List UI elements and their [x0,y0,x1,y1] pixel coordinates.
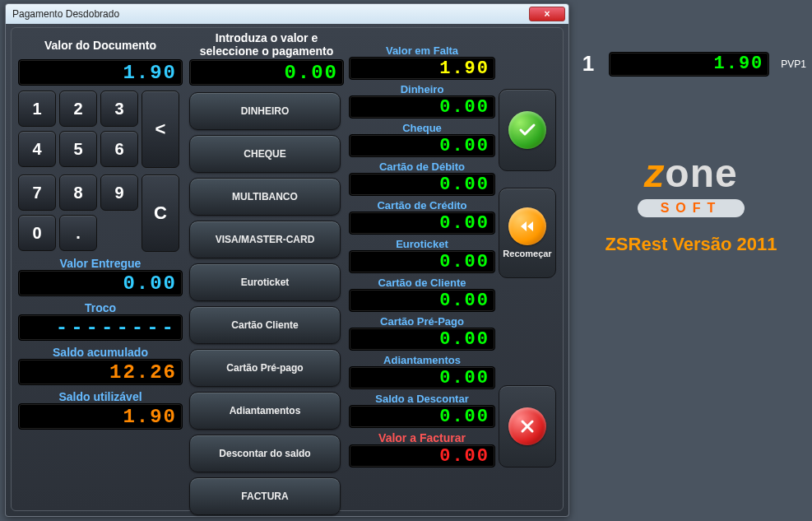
payment-dialog: Pagamento Desdobrado × Valor do Document… [5,3,569,517]
pay-adiantamentos[interactable]: Adiantamentos [189,392,341,430]
key-1[interactable]: 1 [18,91,56,127]
pay-multibanco[interactable]: MULTIBANCO [189,178,341,216]
key-9[interactable]: 9 [100,174,138,211]
restart-caption: Recomeçar [503,249,551,258]
value-row-display: 0.00 [349,250,495,273]
key-2[interactable]: 2 [59,91,97,127]
numeric-keypad: 1 2 3 4 5 6 < 7 8 9 0 [18,91,183,252]
delivered-display: 0.00 [18,270,183,296]
doc-value-header: Valor do Documento [18,31,183,59]
x-icon [508,407,546,445]
restart-button[interactable]: Recomeçar [499,188,556,278]
side-panel: 1 1.90 PVP1 zone SOFT ZSRest Versão 2011 [576,51,806,255]
key-3[interactable]: 3 [100,91,138,127]
accum-display: 12.26 [18,359,183,385]
pay-dinheiro[interactable]: DINHEIRO [189,92,341,130]
rewind-icon [508,207,546,245]
value-row-label: Valor a Facturar [349,431,495,444]
side-pvp: PVP1 [781,58,806,70]
pay-cartao-prepago[interactable]: Cartão Pré-pago [189,349,341,387]
pay-visa[interactable]: VISA/MASTER-CARD [189,221,341,258]
change-display: -------- [18,314,183,341]
logo-z: z [644,151,665,195]
pay-factura[interactable]: FACTURA [189,477,341,515]
value-row-display: 0.00 [349,405,495,428]
key-4[interactable]: 4 [18,131,56,167]
value-row-display: 0.00 [349,212,495,235]
value-row-display: 0.00 [349,289,495,312]
usable-label: Saldo utilizável [18,390,183,403]
value-row-label: Dinheiro [349,83,495,95]
delivered-label: Valor Entregue [18,257,183,270]
value-row-label: Saldo a Descontar [349,393,495,405]
close-button[interactable]: × [529,7,565,21]
key-dot[interactable]: . [59,215,97,251]
value-row-display: 0.00 [349,328,495,351]
value-row-label: Cartão de Cliente [349,277,495,289]
key-6[interactable]: 6 [100,131,138,167]
key-5[interactable]: 5 [59,131,97,167]
value-row-display: 0.00 [349,95,495,119]
value-row-label: Adiantamentos [349,354,495,366]
key-7[interactable]: 7 [18,174,56,211]
value-row-display: 0.00 [349,134,495,157]
titlebar: Pagamento Desdobrado × [6,4,568,24]
confirm-button[interactable] [499,89,556,171]
logo-one: one [665,151,737,195]
value-row-label: Cheque [349,122,495,134]
key-clear[interactable]: C [142,174,179,252]
side-index: 1 [576,51,601,77]
brand-logo: zone SOFT [576,151,806,217]
check-icon [508,111,546,149]
usable-display: 1.90 [18,403,183,430]
key-backspace[interactable]: < [142,91,179,168]
close-icon: × [544,8,550,20]
cancel-button[interactable] [499,385,556,468]
value-row-label: Valor em Falta [349,44,495,57]
value-row-label: Cartão de Crédito [349,199,495,212]
doc-value-display: 1.90 [18,59,183,86]
pay-euroticket[interactable]: Euroticket [189,263,341,301]
pay-cartao-cliente[interactable]: Cartão Cliente [189,306,341,344]
pay-cheque[interactable]: CHEQUE [189,135,341,173]
value-row-label: Cartão Pré-Pago [349,315,495,328]
value-row-display: 0.00 [349,366,495,389]
value-row-label: Euroticket [349,238,495,250]
window-title: Pagamento Desdobrado [12,8,529,20]
accum-label: Saldo acumulado [18,346,183,359]
input-header: Introduza o valor eseleccione o pagament… [189,31,344,59]
input-display[interactable]: 0.00 [189,59,344,86]
key-8[interactable]: 8 [59,174,97,211]
value-row-label: Cartão de Débito [349,160,495,173]
value-row-display: 0.00 [349,173,495,196]
dialog-body: Valor do Documento 1.90 1 2 3 4 5 6 < [11,27,564,511]
version-text: ZSRest Versão 2011 [576,234,806,255]
logo-soft: SOFT [638,199,745,217]
change-label: Troco [18,301,183,314]
value-row-display: 0.00 [349,444,495,468]
side-value-display: 1.90 [609,52,769,77]
pay-descontar-saldo[interactable]: Descontar do saldo [189,435,341,472]
key-0[interactable]: 0 [18,215,56,251]
value-row-display: 1.90 [349,57,495,80]
